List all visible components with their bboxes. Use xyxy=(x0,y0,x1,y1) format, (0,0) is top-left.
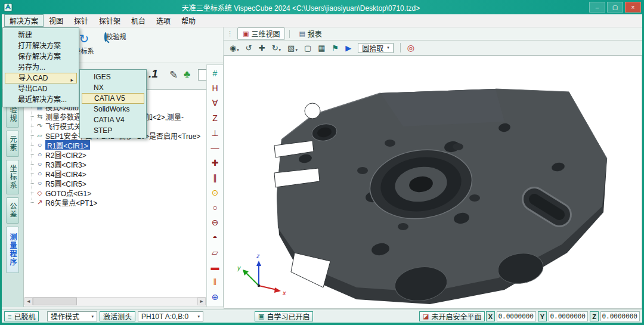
tree-label: R5圆<CIR5> xyxy=(45,178,86,188)
chevron-down-icon: ▾ xyxy=(295,48,298,52)
tree-row[interactable]: ○ R2圆<CIR2> xyxy=(30,150,205,159)
slot-icon[interactable]: ⊖ xyxy=(209,216,222,228)
menu-probe[interactable]: 探针 xyxy=(69,14,94,27)
window-border-bottom xyxy=(0,323,644,325)
sidebar-tab-tolerance[interactable]: 公差 xyxy=(6,197,19,224)
parallel-icon[interactable]: ∥ xyxy=(209,172,222,184)
menu-bar: 解决方案 视图 探针 探针架 机台 选项 帮助 xyxy=(2,14,642,27)
scroll-thumb[interactable] xyxy=(33,298,77,305)
play-icon[interactable]: ▶ xyxy=(345,44,351,52)
refresh-button[interactable]: ↻ ▾ xyxy=(272,44,281,52)
titlebar[interactable]: 天准三坐标系统 VispecCube 2024 <C:\Users\jiaosi… xyxy=(0,0,644,14)
point-icon[interactable]: ✚ xyxy=(209,157,222,169)
view-cube-button[interactable]: ▧ ▾ xyxy=(287,44,298,52)
scroll-right-icon[interactable]: ► xyxy=(197,298,206,305)
circle-element-icon[interactable]: ⊙ xyxy=(209,187,222,199)
pen-icon[interactable]: ✎ xyxy=(169,69,178,81)
workplane-icon[interactable]: # xyxy=(209,67,222,79)
menu-item-import-cad[interactable]: 导入CAD ▸ xyxy=(5,73,77,83)
menu-item-save[interactable]: 保存解决方案 xyxy=(5,51,77,62)
toolbar-separator xyxy=(400,43,401,52)
active-probe-dropdown[interactable]: PH10T A:0,B:0 ▾ xyxy=(138,311,203,321)
tree-label: R1圆<CIR1> xyxy=(45,140,90,150)
tree-row[interactable]: ○ R3圆<CIR3> xyxy=(30,159,205,169)
section-icon[interactable]: ▦ xyxy=(318,44,325,52)
tree-row[interactable]: ○ R5圆<CIR5> xyxy=(30,178,205,188)
minimize-button[interactable]: – xyxy=(589,2,605,13)
pan-icon[interactable]: ✚ xyxy=(259,44,265,52)
close-button[interactable]: × xyxy=(625,2,641,13)
tab-report[interactable]: ▤ 报表 xyxy=(294,28,326,39)
scroll-track[interactable] xyxy=(33,298,197,306)
tree-row[interactable]: ○ R4圆<CIR4> xyxy=(30,169,205,178)
tab-separator xyxy=(289,30,290,38)
menu-options[interactable]: 选项 xyxy=(151,14,176,27)
tree-row[interactable]: ↗ R6矢量点<PT1> xyxy=(30,197,205,207)
menu-item-recent[interactable]: 最近解决方案... xyxy=(5,94,77,105)
distance-icon[interactable]: H xyxy=(209,82,222,94)
angle-icon[interactable]: ∀ xyxy=(209,97,222,109)
menu-item-save-as[interactable]: 另存为... xyxy=(5,62,77,73)
scroll-left-icon[interactable]: ◄ xyxy=(24,298,33,305)
cad-model: z y x xyxy=(224,56,642,308)
magnifier-icon xyxy=(104,32,107,42)
pick-mode-dropdown[interactable]: 圆拾取 ▾ xyxy=(358,43,394,53)
self-learn-label: 自学习已开启 xyxy=(267,311,309,321)
tree-label: R2圆<CIR2> xyxy=(45,150,86,159)
perpendicular-icon[interactable]: ⊥ xyxy=(209,127,222,139)
cylinder-icon[interactable]: ‖ xyxy=(209,276,222,288)
submenu-arrow-icon: ▸ xyxy=(70,76,73,84)
submenu-item-solidworks[interactable]: SolidWorks xyxy=(82,104,144,114)
chevron-down-icon: ▾ xyxy=(279,48,281,52)
sphere-icon[interactable]: ◓ xyxy=(209,231,222,243)
circle2-element-icon[interactable]: ○ xyxy=(209,202,222,213)
maximize-button[interactable]: ▢ xyxy=(607,2,623,13)
menu-help[interactable]: 帮助 xyxy=(176,14,201,27)
plane-element-icon[interactable]: ▱ xyxy=(209,246,222,258)
submenu-item-step[interactable]: STEP xyxy=(82,125,144,136)
menu-machine[interactable]: 机台 xyxy=(126,14,151,27)
probe-angle-icon[interactable]: ◎ xyxy=(407,43,414,52)
tree-horizontal-scrollbar[interactable]: ◄ ► xyxy=(24,297,206,306)
sidebar-tab-elements[interactable]: 元素 xyxy=(6,131,19,157)
submenu-item-catia-v4[interactable]: CATIA V4 xyxy=(82,114,144,125)
tree-row[interactable]: ◇ GOTO点<G1> xyxy=(30,188,205,197)
red-line-icon[interactable]: ▬ xyxy=(209,261,222,273)
z-angle-icon[interactable]: Z xyxy=(209,112,222,124)
orbit-icon[interactable]: ↺ xyxy=(246,44,252,52)
menu-item-new[interactable]: 新建 xyxy=(5,30,77,41)
safety-label: 未开启安全平面 xyxy=(431,311,481,321)
menu-probe-rack[interactable]: 探针架 xyxy=(94,14,126,27)
flag-icon[interactable]: ⚑ xyxy=(332,44,339,52)
y-axis-label: Y xyxy=(538,311,547,321)
fit-view-icon[interactable]: ▢ xyxy=(304,44,311,52)
menu-view[interactable]: 视图 xyxy=(44,14,69,27)
menu-item-open[interactable]: 打开解决方案 xyxy=(5,41,77,51)
menu-item-export-cad[interactable]: 导出CAD xyxy=(5,83,77,94)
gauge-button[interactable]: 校验规 xyxy=(101,32,129,41)
tab-3d-view[interactable]: ▣ 三维视图 xyxy=(237,27,285,40)
self-learn-status[interactable]: ▣ 自学习已开启 xyxy=(255,311,313,321)
3d-viewport[interactable]: z y x xyxy=(224,55,642,309)
operation-mode-dropdown[interactable]: 操作模式 ▾ xyxy=(47,311,97,321)
line-icon[interactable]: — xyxy=(209,142,222,154)
view-mode-button[interactable]: ◉ ▾ xyxy=(230,44,239,52)
offline-status[interactable]: ≡ 已脱机 xyxy=(4,311,39,321)
tree-label: R3圆<CIR3> xyxy=(45,159,86,169)
z-axis-value: 0.0000000 xyxy=(600,311,640,321)
submenu-item-catia-v5[interactable]: CATIA V5 xyxy=(82,93,144,104)
sidebar-tab-coordsys[interactable]: 坐标系 xyxy=(6,160,19,194)
sidebar-tabs: 校验规 元素 坐标系 公差 测量程序 xyxy=(2,89,24,307)
cross-circle-icon[interactable]: ⊕ xyxy=(209,291,222,303)
menu-solution[interactable]: 解决方案 xyxy=(4,14,44,27)
chevron-down-icon: ▾ xyxy=(91,314,94,319)
import-cad-label: 导入CAD xyxy=(18,74,48,82)
submenu-item-iges[interactable]: IGES xyxy=(82,72,144,82)
probe-label-text: 激活测头 xyxy=(103,311,132,321)
tree-icon[interactable]: ♣ xyxy=(184,69,190,81)
safety-plane-icon: ▱ xyxy=(36,132,44,140)
z-axis-label: Z xyxy=(590,311,599,321)
submenu-item-nx[interactable]: NX xyxy=(82,82,144,93)
sidebar-tab-program[interactable]: 测量程序 xyxy=(6,227,19,273)
tree-row-selected[interactable]: ○ R1圆<CIR1> xyxy=(30,140,205,150)
